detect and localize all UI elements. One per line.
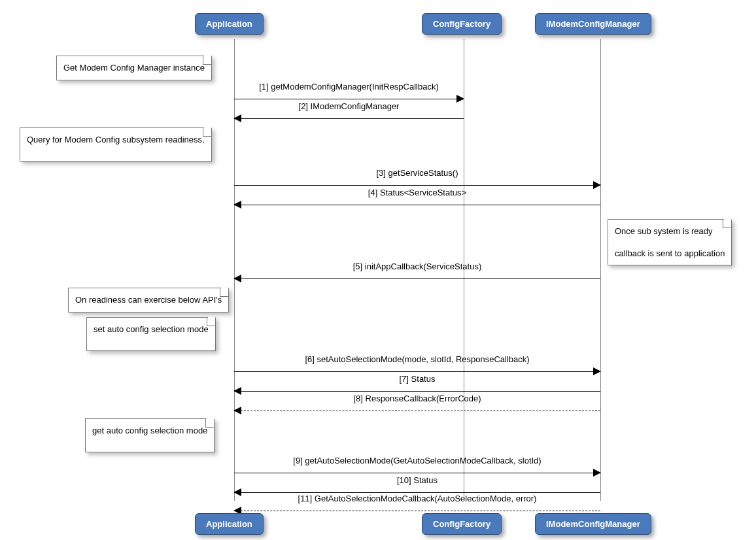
msg-label: [3] getServiceStatus() xyxy=(234,168,600,178)
participant-application-bottom: Application xyxy=(195,513,264,535)
note-get-instance: Get Modem Config Manager instance xyxy=(56,56,212,80)
note-text: get auto config selection mode xyxy=(92,426,207,435)
msg-label: [8] ResponseCallback(ErrorCode) xyxy=(234,394,600,403)
note-get-auto: get auto config selection mode xyxy=(85,418,215,452)
sequence-diagram: Application ConfigFactory IModemConfigMa… xyxy=(0,0,756,540)
lifeline-modemmgr xyxy=(600,39,601,501)
msg-8: [8] ResponseCallback(ErrorCode) xyxy=(234,405,600,417)
note-text-line: Once sub system is ready xyxy=(615,225,725,238)
note-query-readiness: Query for Modem Config subsystem readine… xyxy=(20,127,212,161)
msg-label: [5] initAppCallback(ServiceStatus) xyxy=(234,262,600,271)
msg-label: [7] Status xyxy=(234,374,600,384)
note-on-readiness: On readiness can exercise below API's xyxy=(68,288,229,312)
participant-modemmgr-bottom: IModemConfigManager xyxy=(535,513,651,535)
msg-label: [9] getAutoSelectionMode(GetAutoSelectio… xyxy=(234,456,600,465)
participant-configfactory-bottom: ConfigFactory xyxy=(422,513,502,535)
msg-2: [2] IModemConfigManager xyxy=(234,113,464,125)
msg-label: [1] getModemConfigManager(InitRespCallba… xyxy=(234,82,464,92)
msg-label: [4] Status<ServiceStatus> xyxy=(234,188,600,197)
note-set-auto: set auto config selection mode xyxy=(86,317,216,351)
note-text: Query for Modem Config subsystem readine… xyxy=(27,135,205,144)
msg-label: [11] GetAutoSelectionModeCallback(AutoSe… xyxy=(234,494,600,503)
participant-modemmgr-top: IModemConfigManager xyxy=(535,13,651,35)
note-subsystem-ready: Once sub system is ready callback is sen… xyxy=(608,219,732,265)
msg-label: [2] IModemConfigManager xyxy=(234,101,464,111)
note-text: On readiness can exercise below API's xyxy=(75,295,222,305)
note-text: set auto config selection mode xyxy=(94,324,209,334)
msg-5: [5] initAppCallback(ServiceStatus) xyxy=(234,273,600,285)
msg-label: [6] setAutoSelectionMode(mode, slotId, R… xyxy=(234,354,600,364)
note-text: Get Modem Config Manager instance xyxy=(63,63,205,73)
note-text-line: callback is sent to application xyxy=(615,247,725,260)
participant-configfactory-top: ConfigFactory xyxy=(422,13,502,35)
participant-application-top: Application xyxy=(195,13,264,35)
msg-label: [10] Status xyxy=(234,475,600,485)
msg-4: [4] Status<ServiceStatus> xyxy=(234,199,600,211)
